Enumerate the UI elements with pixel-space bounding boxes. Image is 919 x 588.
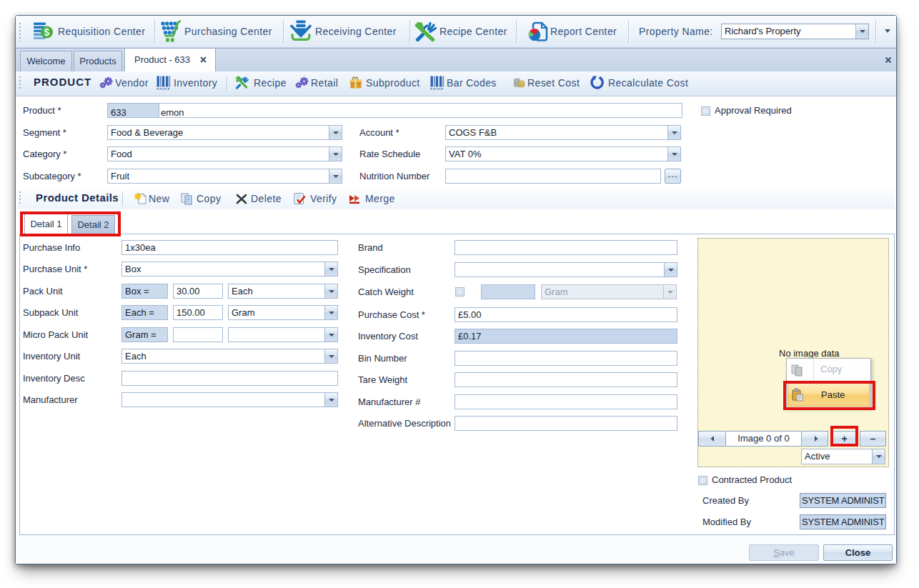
svg-text:$: $ bbox=[44, 26, 50, 38]
